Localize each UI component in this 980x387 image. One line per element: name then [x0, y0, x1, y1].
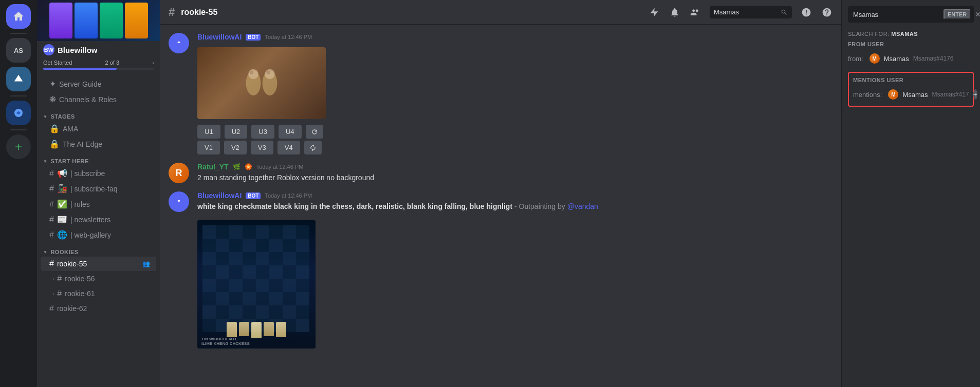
message-content-ratul: Ratul_YT 🌿 🏵️ Today at 12:46 PM 2 man st…: [197, 163, 833, 183]
server-icon-home[interactable]: [6, 4, 31, 29]
channel-name: Server Guide: [59, 80, 150, 88]
hash-icon: #: [49, 184, 54, 194]
channel-name: | subscribe-faq: [70, 185, 150, 193]
btn-u2[interactable]: U2: [225, 125, 248, 139]
bw-logo: BW: [43, 44, 54, 55]
mentions-user-name: Msamas: [902, 91, 928, 99]
get-started-label: Get Started: [43, 60, 72, 66]
mentions-user-avatar: M: [888, 89, 898, 100]
hash-icon: #: [49, 215, 54, 224]
svg-rect-6: [250, 71, 253, 74]
message-timestamp: Today at 12:46 PM: [265, 34, 312, 40]
from-user-section: FROM USER from: M Msamas Msamas#4176: [848, 41, 974, 66]
search-for-label: SEARCH FOR: Msamas: [848, 31, 974, 37]
newsletters-icon: 📰: [57, 215, 67, 224]
btn-u1[interactable]: U1: [197, 125, 220, 139]
server-icon-bluewillow[interactable]: [6, 101, 31, 125]
progress-arrow[interactable]: ›: [152, 60, 154, 66]
btn-refresh-u[interactable]: [306, 125, 323, 139]
members-icon[interactable]: [689, 6, 701, 18]
mentions-user-title: MENTIONS USER: [853, 77, 969, 83]
section-rookies[interactable]: ▼ ROOKIES: [37, 243, 160, 256]
btn-u4[interactable]: U4: [279, 125, 302, 139]
notifications-icon[interactable]: [669, 6, 681, 18]
search-input-container[interactable]: ENTER ✕: [848, 6, 974, 23]
channel-item-rookie-55[interactable]: # rookie-55 👥: [41, 257, 156, 271]
server-separator: [10, 33, 27, 34]
server-name: Bluewillow: [58, 46, 98, 54]
from-user-tag: Msamas#4176: [913, 55, 954, 62]
btn-refresh-v[interactable]: [304, 141, 322, 154]
mentions-user-section: MENTIONS USER mentions: M Msamas Msamas#…: [848, 72, 974, 107]
channel-item-server-guide[interactable]: ✦ Server Guide: [41, 76, 156, 91]
message-content-chess: BluewillowAI BOT Today at 12:46 PM white…: [197, 191, 833, 350]
section-stages[interactable]: ▼ STAGES: [37, 107, 160, 121]
channel-item-rookie-56[interactable]: › # rookie-56: [41, 272, 156, 286]
avatar-bluewillow-2: [169, 191, 189, 212]
lock-icon-2: 🔒: [49, 139, 60, 149]
progress-fill: [43, 68, 117, 70]
section-start-here[interactable]: ▼ START HERE: [37, 152, 160, 165]
channel-name: rookie-62: [57, 304, 150, 313]
channel-item-newsletters[interactable]: # 📰 | newsletters: [41, 212, 156, 227]
hash-icon: ›: [52, 291, 54, 297]
channel-hash: #: [169, 6, 175, 19]
chess-visual: TIN WIHHCHLIATEILIME KHENG CHCKESS: [197, 220, 316, 349]
chat-messages: BluewillowAI BOT Today at 12:46 PM: [160, 25, 841, 387]
channel-item-ama[interactable]: 🔒 AMA: [41, 121, 156, 136]
get-started-section: Get Started 2 of 3 ›: [37, 56, 160, 74]
bot-badge: BOT: [246, 192, 261, 199]
channel-name: | subscribe: [70, 169, 150, 178]
server-icon-add[interactable]: +: [6, 134, 31, 159]
message-author: Ratul_YT: [197, 163, 229, 171]
author-badge1: 🌿: [233, 163, 241, 170]
search-input[interactable]: [714, 8, 778, 16]
channel-item-channels-roles[interactable]: ❋ Channels & Roles: [41, 92, 156, 107]
channel-item-rules[interactable]: # ✅ | rules: [41, 197, 156, 211]
help-icon[interactable]: [821, 6, 833, 18]
channel-item-rookie-62[interactable]: # rookie-62: [41, 301, 156, 316]
mentions-user-tag: Msamas#417: [932, 91, 969, 98]
channel-item-subscribe-faq[interactable]: # 🚂 | subscribe-faq: [41, 181, 156, 196]
btn-v4[interactable]: V4: [278, 141, 300, 154]
mentions-user-row: mentions: M Msamas Msamas#417 +: [853, 87, 969, 102]
channel-item-subscribe[interactable]: # 📢 | subscribe: [41, 166, 156, 181]
hash-icon: #: [49, 200, 54, 209]
right-panel-search-input[interactable]: [853, 11, 939, 18]
channel-name: Channels & Roles: [59, 95, 150, 104]
progress-label: Get Started 2 of 3 ›: [43, 60, 154, 66]
channel-name: | newsletters: [70, 216, 150, 224]
channel-name: rookie-61: [65, 289, 150, 298]
message-header: Ratul_YT 🌿 🏵️ Today at 12:46 PM: [197, 163, 833, 171]
from-user-title: FROM USER: [848, 41, 974, 47]
boost-icon[interactable]: [648, 6, 660, 18]
btn-u3[interactable]: U3: [251, 125, 274, 139]
server-separator-3: [10, 129, 27, 130]
inbox-icon[interactable]: [800, 6, 812, 18]
hash-icon: #: [57, 274, 62, 283]
message-group-bluewillow-knights: BluewillowAI BOT Today at 12:46 PM: [169, 33, 833, 154]
message-group-bluewillow-chess: BluewillowAI BOT Today at 12:46 PM white…: [169, 191, 833, 350]
channel-item-web-gallery[interactable]: # 🌐 | web-gallery: [41, 227, 156, 242]
server-icon-sail[interactable]: [6, 67, 31, 91]
search-bar[interactable]: [710, 6, 792, 18]
progress-bar: [43, 68, 154, 70]
channel-name: | rules: [70, 200, 150, 208]
sidebar-banner: [37, 0, 160, 41]
message-timestamp: Today at 12:46 PM: [256, 164, 304, 170]
channel-item-ai-edge[interactable]: 🔒 The AI Edge: [41, 137, 156, 151]
channels-icon: ❋: [49, 94, 56, 104]
image-attachment-chess: TIN WIHHCHLIATEILIME KHENG CHCKESS: [197, 216, 316, 349]
btn-v1[interactable]: V1: [197, 141, 220, 154]
enter-button[interactable]: ENTER: [944, 9, 971, 20]
action-buttons-row1: U1 U2 U3 U4: [197, 125, 833, 139]
message-content-knights: BluewillowAI BOT Today at 12:46 PM: [197, 33, 833, 154]
server-icon-as[interactable]: AS: [6, 38, 31, 63]
right-panel: ENTER ✕ SEARCH FOR: Msamas FROM USER fro…: [841, 0, 980, 387]
close-icon[interactable]: ✕: [975, 10, 980, 18]
add-user-button[interactable]: +: [973, 89, 977, 100]
channel-member-icon: 👥: [142, 260, 150, 267]
btn-v3[interactable]: V3: [251, 141, 273, 154]
btn-v2[interactable]: V2: [224, 141, 247, 154]
channel-item-rookie-61[interactable]: › # rookie-61: [41, 286, 156, 301]
